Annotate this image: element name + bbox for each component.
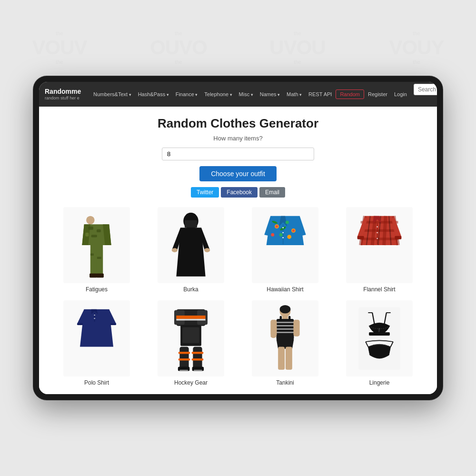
brand-name: Randomme <box>45 88 83 96</box>
share-buttons: Twitter Facebook Email <box>49 187 427 198</box>
svg-rect-10 <box>90 254 94 256</box>
item-hawaiian: Hawaiian Shirt <box>242 207 328 293</box>
item-burka: Burka <box>148 207 234 293</box>
nav-login[interactable]: Login <box>391 89 410 99</box>
tablet-frame: Randomme random stuff her e Numbers&Text… <box>33 76 443 400</box>
item-tankini: Tankini <box>242 300 328 386</box>
item-hockey: Hockey Gear <box>148 300 234 386</box>
search-area: Search <box>414 84 437 105</box>
svg-rect-101 <box>358 307 400 369</box>
svg-point-31 <box>287 235 291 239</box>
svg-rect-9 <box>97 249 103 277</box>
svg-point-36 <box>282 227 284 228</box>
nav-numbers-text[interactable]: Numbers&Text <box>90 89 134 99</box>
svg-rect-75 <box>179 347 188 370</box>
svg-rect-71 <box>176 316 205 319</box>
svg-point-30 <box>279 233 283 237</box>
svg-rect-78 <box>192 352 204 354</box>
email-share-button[interactable]: Email <box>259 187 285 198</box>
item-label-burka: Burka <box>183 286 198 293</box>
item-lingerie: Lingerie <box>336 300 423 386</box>
svg-point-26 <box>276 225 278 228</box>
svg-point-86 <box>280 305 291 314</box>
svg-point-58 <box>377 238 378 239</box>
svg-point-32 <box>271 233 274 237</box>
svg-point-56 <box>377 226 378 228</box>
item-label-lingerie: Lingerie <box>369 379 390 386</box>
nav-rest-api[interactable]: REST API <box>306 89 335 99</box>
svg-point-38 <box>282 237 284 238</box>
svg-rect-0 <box>86 216 95 225</box>
svg-point-19 <box>172 248 178 252</box>
svg-rect-90 <box>277 325 294 327</box>
svg-rect-83 <box>179 370 188 371</box>
svg-point-20 <box>204 248 210 252</box>
nav-misc[interactable]: Misc <box>236 89 256 99</box>
svg-rect-7 <box>85 233 89 237</box>
page-title: Random Clothes Generator <box>49 116 427 131</box>
svg-point-27 <box>286 220 289 224</box>
svg-point-57 <box>377 232 378 233</box>
item-image-lingerie <box>346 300 413 377</box>
svg-rect-74 <box>183 327 199 343</box>
item-image-burka <box>158 207 224 283</box>
item-image-hawaiian <box>252 207 318 283</box>
svg-rect-99 <box>294 320 300 337</box>
svg-rect-8 <box>90 249 96 277</box>
svg-rect-92 <box>277 332 294 333</box>
svg-rect-89 <box>277 322 294 323</box>
svg-rect-5 <box>97 229 101 232</box>
nav-hash-pass[interactable]: Hash&Pass <box>135 89 172 99</box>
search-input[interactable] <box>414 84 437 95</box>
svg-rect-84 <box>194 370 202 371</box>
svg-rect-93 <box>280 316 282 320</box>
nav-math[interactable]: Math <box>284 89 305 99</box>
item-image-fatigues <box>63 207 130 283</box>
svg-point-64 <box>94 315 95 316</box>
tablet-screen: Randomme random stuff her e Numbers&Text… <box>39 82 437 394</box>
brand[interactable]: Randomme random stuff her e <box>45 88 83 101</box>
items-grid: Fatigues <box>49 207 427 386</box>
item-image-polo <box>63 300 130 377</box>
svg-rect-79 <box>178 358 190 360</box>
svg-point-29 <box>292 229 295 232</box>
item-fatigues: Fatigues <box>53 207 140 293</box>
brand-tagline: random stuff her e <box>45 96 83 101</box>
choose-outfit-button[interactable]: Choose your outfit <box>199 166 277 181</box>
item-flannel: Flannel Shirt <box>336 207 423 293</box>
subtitle: How many items? <box>49 135 427 142</box>
item-label-polo: Polo Shirt <box>84 379 109 386</box>
nav-telephone[interactable]: Telephone <box>201 89 235 99</box>
svg-rect-91 <box>277 328 294 330</box>
svg-rect-11 <box>97 257 101 259</box>
svg-rect-106 <box>369 332 390 336</box>
svg-rect-54 <box>395 236 401 239</box>
twitter-share-button[interactable]: Twitter <box>191 187 219 198</box>
svg-point-37 <box>282 232 284 233</box>
svg-point-100 <box>270 334 276 338</box>
item-label-hockey: Hockey Gear <box>174 379 208 386</box>
nav-names[interactable]: Names <box>257 89 283 99</box>
main-content: Random Clothes Generator How many items?… <box>39 107 437 394</box>
item-image-tankini <box>252 300 318 377</box>
svg-rect-4 <box>89 227 94 230</box>
svg-rect-94 <box>288 316 290 320</box>
item-polo: Polo Shirt <box>53 300 140 386</box>
quantity-wrap <box>49 148 427 160</box>
facebook-share-button[interactable]: Facebook <box>221 187 258 198</box>
svg-rect-76 <box>193 347 202 370</box>
quantity-input[interactable] <box>162 148 314 160</box>
nav-finance[interactable]: Finance <box>173 89 201 99</box>
nav-random[interactable]: Random <box>336 89 364 99</box>
svg-rect-12 <box>89 274 97 278</box>
svg-rect-66 <box>77 323 83 325</box>
item-image-flannel <box>346 207 413 283</box>
svg-rect-98 <box>270 320 277 337</box>
item-label-hawaiian: Hawaiian Shirt <box>267 286 303 293</box>
item-image-hockey <box>158 300 224 377</box>
svg-point-65 <box>94 318 95 319</box>
item-label-flannel: Flannel Shirt <box>363 286 395 293</box>
nav-register[interactable]: Register <box>365 89 390 99</box>
svg-rect-96 <box>278 347 285 370</box>
item-label-tankini: Tankini <box>276 379 294 386</box>
